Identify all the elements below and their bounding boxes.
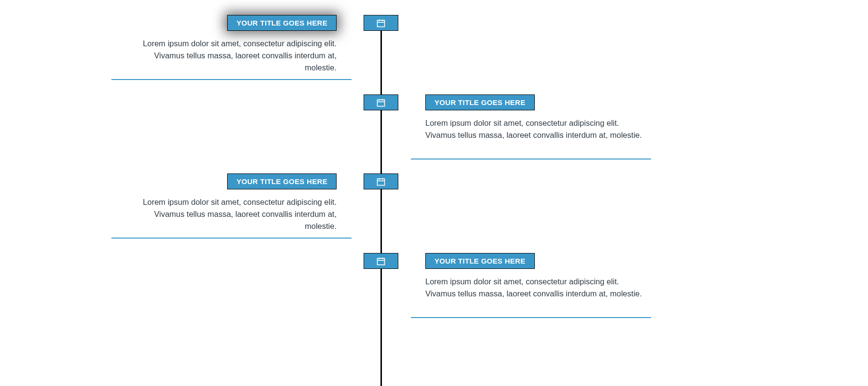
calendar-icon xyxy=(376,177,386,186)
svg-rect-12 xyxy=(378,258,385,265)
desc-line: Lorem ipsum dolor sit amet, consectetur … xyxy=(143,39,337,48)
svg-rect-0 xyxy=(378,20,385,27)
desc-line: Vivamus tellus massa, laoreet convallis … xyxy=(425,131,642,139)
desc-line: Vivamus tellus massa, laoreet convallis … xyxy=(154,51,337,72)
timeline-item-description: Lorem ipsum dolor sit amet, consectetur … xyxy=(124,38,337,74)
timeline-node xyxy=(364,15,398,31)
desc-line: Vivamus tellus massa, laoreet convallis … xyxy=(425,289,642,298)
calendar-icon xyxy=(376,256,386,266)
timeline-item-separator xyxy=(411,159,651,160)
timeline-item-description: Lorem ipsum dolor sit amet, consectetur … xyxy=(425,117,647,141)
desc-line: Vivamus tellus massa, laoreet convallis … xyxy=(154,210,337,230)
timeline-node xyxy=(364,173,398,189)
timeline-node xyxy=(364,253,398,269)
timeline-item-title[interactable]: YOUR TITLE GOES HERE xyxy=(227,15,337,31)
timeline-item-description: Lorem ipsum dolor sit amet, consectetur … xyxy=(425,276,647,300)
timeline: YOUR TITLE GOES HERE Lorem ipsum dolor s… xyxy=(0,0,868,386)
calendar-icon xyxy=(376,18,386,28)
timeline-item-separator xyxy=(111,79,352,80)
timeline-item-title[interactable]: YOUR TITLE GOES HERE xyxy=(425,253,535,269)
svg-rect-8 xyxy=(378,179,385,185)
timeline-item-title[interactable]: YOUR TITLE GOES HERE xyxy=(227,173,337,189)
desc-line: Lorem ipsum dolor sit amet, consectetur … xyxy=(425,119,619,127)
svg-rect-4 xyxy=(378,100,385,106)
timeline-node xyxy=(364,94,398,110)
timeline-item-separator xyxy=(411,317,651,318)
timeline-item-description: Lorem ipsum dolor sit amet, consectetur … xyxy=(124,196,337,232)
desc-line: Lorem ipsum dolor sit amet, consectetur … xyxy=(143,198,337,206)
timeline-item-title[interactable]: YOUR TITLE GOES HERE xyxy=(425,94,535,110)
calendar-icon xyxy=(376,98,386,107)
timeline-vertical-line xyxy=(380,23,382,386)
timeline-item-separator xyxy=(111,238,352,239)
desc-line: Lorem ipsum dolor sit amet, consectetur … xyxy=(425,277,619,286)
